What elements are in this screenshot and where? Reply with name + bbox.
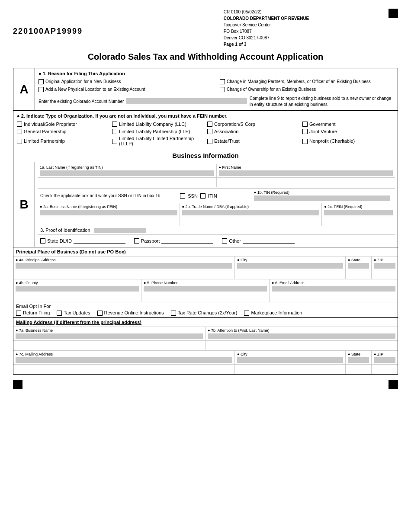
section-a: A ●1. Reason for Filing This Application… [13, 68, 398, 111]
address-entry[interactable] [13, 270, 235, 279]
mailing-bus-name-input[interactable] [16, 333, 203, 339]
state-input[interactable] [348, 263, 369, 269]
org-individual-label: Individual/Sole Proprietor [24, 122, 77, 127]
mailing-zip-cell: ● ZIP [372, 351, 398, 364]
org-llp-checkbox[interactable] [112, 129, 117, 134]
fein-input[interactable] [324, 210, 393, 215]
mailing-attention-input[interactable] [208, 333, 395, 339]
option3-checkbox[interactable] [220, 79, 225, 84]
section2-heading: ●2. Indicate Type of Organization. If yo… [17, 113, 394, 119]
org-lp-checkbox[interactable] [17, 139, 22, 144]
org-assoc-checkbox[interactable] [207, 129, 212, 134]
mailing-attention-cell: ● 7b. Attention to (First, Last Name) [206, 327, 398, 340]
mailing-city-label: ● City [237, 352, 343, 356]
section-a-content: ●1. Reason for Filing This Application O… [35, 68, 398, 110]
mailing-address-input[interactable] [16, 357, 232, 363]
last-name-input[interactable] [40, 170, 214, 176]
email-opt-revenue-checkbox[interactable] [97, 311, 103, 316]
trade-name-entry-input[interactable] [182, 218, 320, 226]
page-title: Colorado Sales Tax and Withholding Accou… [13, 52, 398, 62]
option4-label: Change of Ownership for an Existing Busi… [227, 87, 316, 92]
passport-input[interactable] [161, 238, 213, 244]
county-entry[interactable] [13, 293, 141, 302]
org-individual-checkbox[interactable] [17, 122, 22, 127]
org-llc-checkbox[interactable] [112, 122, 117, 127]
state-entry[interactable] [346, 270, 372, 279]
first-name-input[interactable] [219, 170, 393, 176]
org-nonprofit-checkbox[interactable] [302, 139, 308, 144]
first-name-cell: ● First Name [217, 164, 395, 177]
mailing-state-entry[interactable] [346, 365, 372, 374]
section-a-letter: A [13, 68, 35, 110]
proof-input[interactable] [94, 228, 146, 233]
org-assoc-label: Association [214, 129, 238, 134]
email-input[interactable] [272, 286, 395, 292]
org-lllp-checkbox[interactable] [112, 139, 117, 144]
city-input[interactable] [237, 263, 343, 269]
org-nonprofit: Nonprofit (Charitable) [302, 136, 394, 146]
zip-input[interactable] [374, 263, 395, 269]
zip-entry[interactable] [372, 270, 398, 279]
address-input[interactable] [16, 263, 232, 269]
org-general-partnership: General Partnership [17, 128, 109, 134]
option2-checkbox[interactable] [39, 87, 44, 92]
county-input[interactable] [16, 286, 139, 292]
org-type-grid: Individual/Sole Proprietor Limited Liabi… [17, 121, 394, 146]
fein-entry-input[interactable] [324, 218, 393, 226]
org-estate: Estate/Trust [207, 136, 299, 146]
email-opt-tax-rate-label: Tax Rate Changes (2x/Year) [178, 310, 238, 315]
org-jv-checkbox[interactable] [302, 129, 308, 134]
other-checkbox[interactable] [222, 238, 227, 244]
itin-checkbox[interactable] [200, 193, 206, 199]
tin-check-label: Check the applicable box and write your … [40, 193, 177, 199]
passport-checkbox[interactable] [134, 238, 139, 244]
org-government: Government [302, 121, 394, 127]
first-name-entry [217, 178, 395, 188]
phone-input[interactable] [144, 286, 267, 292]
org-gp-checkbox[interactable] [17, 129, 22, 134]
org-estate-label: Estate/Trust [214, 138, 240, 144]
email-opt-tax-rate-checkbox[interactable] [171, 311, 176, 316]
phone-entry[interactable] [141, 293, 270, 302]
org-jv-label: Joint Venture [309, 129, 337, 134]
org-estate-checkbox[interactable] [207, 139, 212, 144]
mailing-address-label: ● 7c. Mailing Address [16, 352, 232, 356]
state-dl-checkbox[interactable] [40, 238, 45, 244]
account-number-input[interactable] [126, 98, 247, 104]
first-name-entry-input[interactable] [219, 179, 393, 187]
trade-name-input[interactable] [182, 210, 320, 215]
fein-cell: ● 2c. FEIN (Required) [322, 203, 395, 217]
itin-label: ITIN [208, 193, 217, 199]
mailing-state-cell: ● State [346, 351, 372, 364]
email-opt-return-label: Return Filing [23, 310, 50, 315]
other-input[interactable] [243, 238, 295, 244]
mailing-zip-input[interactable] [374, 357, 395, 363]
org-government-checkbox[interactable] [302, 122, 308, 127]
bus-name-entry-input[interactable] [40, 218, 177, 226]
email-entry[interactable] [270, 293, 398, 302]
ssn-checkbox[interactable] [180, 193, 185, 199]
mailing-city-input[interactable] [237, 357, 343, 363]
mailing-bus-name-entry[interactable] [13, 341, 206, 350]
org-corp-checkbox[interactable] [207, 122, 212, 127]
address-label: ● 4a. Principal Address [16, 258, 232, 262]
email-opt-marketplace-checkbox[interactable] [244, 311, 249, 316]
mailing-city-entry[interactable] [235, 365, 346, 374]
mailing-attention-entry[interactable] [206, 341, 398, 350]
last-name-entry-input[interactable] [40, 179, 214, 187]
last-name-entry [38, 178, 217, 187]
email-opt-return-checkbox[interactable] [16, 311, 21, 316]
option4-checkbox[interactable] [220, 87, 225, 92]
mailing-address-entry[interactable] [13, 365, 235, 374]
email-opt-tax-updates-checkbox[interactable] [57, 311, 62, 316]
org-nonprofit-label: Nonprofit (Charitable) [309, 138, 355, 144]
tin-input[interactable] [254, 195, 390, 201]
tin-row: Check the applicable box and write your … [38, 189, 395, 203]
mailing-state-input[interactable] [348, 357, 369, 363]
option1-checkbox[interactable] [39, 79, 44, 84]
mailing-zip-entry[interactable] [372, 365, 398, 374]
tin-required-cell: ● 1b. TIN (Required) [252, 190, 392, 201]
city-entry[interactable] [235, 270, 346, 279]
state-dl-input[interactable] [74, 238, 125, 244]
bus-name-input[interactable] [40, 210, 177, 215]
